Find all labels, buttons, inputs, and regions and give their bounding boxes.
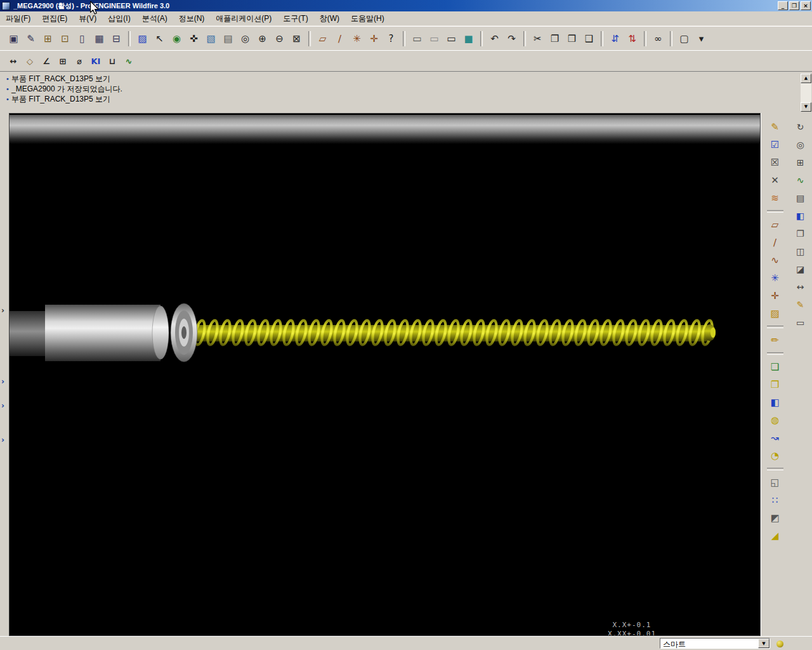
datum-axes-toggle-icon[interactable]: ∕ [331,30,348,47]
revolve-tool-icon[interactable]: ◍ [766,411,784,429]
selection-filter-combo[interactable]: 스마트 ▼ [660,638,770,649]
cut-icon[interactable]: ✂ [529,30,546,47]
close-button[interactable]: × [801,1,811,10]
measure-distance-icon[interactable]: ↔ [5,53,22,69]
save-icon[interactable]: ▦ [91,30,108,47]
redo-icon[interactable]: ↷ [503,30,520,47]
repaint-icon[interactable]: ▨ [134,30,151,47]
panel-expand-arrow[interactable]: › [1,307,8,315]
sweep-tool-icon[interactable]: ↝ [766,429,784,447]
measure-surface-icon[interactable]: ◇ [22,53,38,69]
open-folder-icon[interactable]: ⊡ [56,30,74,47]
combo-dropdown-button[interactable]: ▼ [758,639,769,648]
graph-analysis-icon[interactable]: ∿ [121,53,137,69]
model-cylinder-cap[interactable] [152,306,169,359]
sketch-tool-icon[interactable]: ✏ [766,331,784,349]
refit-icon[interactable]: ⊠ [288,30,305,47]
close-pane-icon[interactable]: ☒ [766,154,784,171]
menu-view[interactable]: 뷰(V) [73,11,102,27]
annotate-icon[interactable]: ✎ [792,296,809,314]
menu-insert[interactable]: 삽입(I) [102,11,136,27]
shade-model-icon[interactable]: ▧ [202,30,219,47]
cylinder-display-icon[interactable]: ◫ [792,242,809,260]
print-icon[interactable]: ⊟ [108,30,125,47]
coordinate-systems-toggle-icon[interactable]: ✛ [365,30,383,47]
restore-button[interactable]: ❐ [789,1,799,10]
spin-arrows-icon[interactable]: ↻ [792,118,809,136]
pattern-tool-icon[interactable]: ∷ [766,491,784,509]
assemble-component-icon[interactable]: ❏ [766,358,784,376]
pan-hand-icon[interactable]: ✜ [185,30,202,47]
new-document-icon[interactable]: ▯ [74,30,91,47]
toolbox-dropdown-icon[interactable]: ▾ [693,30,710,47]
mirror-tool-icon[interactable]: ◩ [766,509,784,527]
paste-icon[interactable]: ❒ [563,30,580,47]
curve-display-icon[interactable]: ∿ [792,171,809,189]
menu-help[interactable]: 도움말(H) [345,11,390,27]
menu-info[interactable]: 정보(N) [173,11,211,27]
worm-gear-model[interactable] [10,301,761,374]
sketched-curve-tool-icon[interactable]: ▨ [766,305,784,322]
measure-angle-icon[interactable]: ∠ [38,53,55,69]
regen-manager-icon[interactable]: ⇅ [624,30,641,47]
scroll-down-button[interactable]: ▼ [801,102,811,112]
create-component-icon[interactable]: ❐ [766,376,784,394]
paste-special-icon[interactable]: ❑ [580,30,598,47]
datum-plane-tool-icon[interactable]: ▱ [766,216,784,234]
measure-diameter-icon[interactable]: ⌀ [71,53,88,69]
copy-view-icon[interactable]: ❐ [792,225,809,242]
message-scrollbar[interactable]: ▲ ▼ [801,74,811,112]
undo-icon[interactable]: ↶ [486,30,503,47]
new-file-icon[interactable]: ✎ [22,30,39,47]
layer-stack-icon[interactable]: ▤ [792,189,809,207]
section-icon[interactable]: ⊔ [104,53,121,69]
menu-tools[interactable]: 도구(T) [277,11,313,27]
hidden-line-icon[interactable]: ▭ [426,30,443,47]
appearance-brush-icon[interactable]: ✎ [766,118,784,136]
copy-geometry-icon[interactable]: ◱ [766,474,784,491]
menu-window[interactable]: 창(W) [314,11,345,27]
layers-icon[interactable]: ▤ [219,30,237,47]
menu-applications[interactable]: 애플리케이션(P) [210,11,277,27]
round-tool-icon[interactable]: ◢ [766,527,784,545]
title-bar[interactable]: _MEGA2900 (활성) - Pro/ENGINEER Wildfire 3… [0,0,812,11]
ki-info-icon[interactable]: KI [88,53,104,69]
coordinate-system-tool-icon[interactable]: ✛ [766,287,784,305]
surface-display-icon[interactable]: ◧ [792,207,809,225]
menu-edit[interactable]: 편집(E) [36,11,73,27]
profile-rib-icon[interactable]: ≋ [766,189,784,207]
blend-tool-icon[interactable]: ◔ [766,447,784,465]
model-display-icon[interactable]: ▭ [792,314,809,331]
regenerate-icon[interactable]: ⇵ [606,30,624,47]
datum-planes-toggle-icon[interactable]: ▱ [314,30,331,47]
datum-axis-tool-icon[interactable]: ∕ [766,234,784,251]
spin-center-icon[interactable]: ◉ [168,30,185,47]
zoom-out-icon[interactable]: ⊖ [271,30,288,47]
3d-viewport[interactable]: X.X+-0.1X.XX+-0.01X.XXX+-0.001ANG.+-0.5 [9,113,761,636]
orbit-view-icon[interactable]: ◎ [792,136,809,154]
minimize-button[interactable]: _ [778,1,788,10]
model-flange[interactable] [171,303,197,362]
context-help-icon[interactable]: ? [383,30,400,47]
no-hidden-icon[interactable]: ▭ [443,30,460,47]
view-manager-icon[interactable]: ☑ [766,136,784,154]
menu-analysis[interactable]: 분석(A) [136,11,173,27]
select-arrow-icon[interactable]: ↖ [151,30,168,47]
panel-expand-arrow[interactable]: › [1,402,8,410]
scroll-up-button[interactable]: ▲ [801,74,811,83]
datum-curve-tool-icon[interactable]: ∿ [766,251,784,269]
grid-display-icon[interactable]: ⊞ [792,154,809,171]
datum-points-toggle-icon[interactable]: ✳ [348,30,365,47]
find-icon[interactable]: ∞ [650,30,667,47]
datum-point-display-icon[interactable]: ✕ [766,171,784,189]
model-main-cylinder[interactable] [45,305,160,361]
model-rear-shaft[interactable] [10,311,46,356]
panel-expand-arrow[interactable]: › [1,437,8,444]
app-icon[interactable] [2,2,10,10]
extrude-tool-icon[interactable]: ◧ [766,394,784,411]
datum-point-tool-icon[interactable]: ✳ [766,269,784,287]
wireframe-icon[interactable]: ▭ [409,30,426,47]
measure-grid-icon[interactable]: ⊞ [55,53,71,69]
section-view-icon[interactable]: ◪ [792,260,809,278]
shaded-view-icon[interactable]: ■ [460,30,477,47]
